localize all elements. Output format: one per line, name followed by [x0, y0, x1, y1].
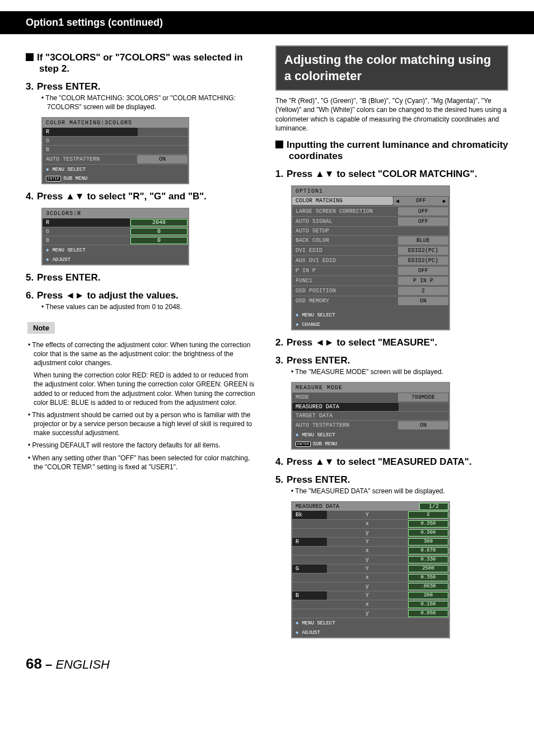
step-5: 5.Press ENTER. — [26, 272, 259, 283]
subsection-3colors: If "3COLORS" or "7COLORS" was selected i… — [26, 52, 259, 74]
osd-footer: ENTERSUB MENU — [43, 174, 188, 183]
osd-3colors-r: 3COLORS:R R2048 G0 B0 ◆MENU SELECT ◆ADJU… — [41, 208, 189, 265]
osd-row: AUTO SIGNALOFF — [292, 217, 449, 227]
osd-data-row: y0.050 — [292, 609, 449, 618]
enter-icon: ENTER — [296, 441, 311, 447]
step-label: Press ENTER. — [287, 474, 350, 485]
note-item: The effects of correcting the adjustment… — [26, 340, 259, 368]
osd-row: AUTO TESTPATTERNON — [292, 421, 449, 430]
step-label: Press ENTER. — [287, 355, 350, 366]
note-item: This adjustment should be carried out by… — [26, 410, 259, 438]
osd-row-g: G — [43, 137, 138, 145]
square-bullet-icon — [275, 141, 283, 148]
intro-paragraph: The "R (Red)", "G (Green)", "B (Blue)", … — [275, 96, 508, 133]
osd-page-indicator: 1/2 — [419, 503, 448, 510]
osd-data-row: RY300 — [292, 538, 449, 547]
content-columns: If "3COLORS" or "7COLORS" was selected i… — [0, 45, 534, 644]
osd-row: LARGE SCREEN CORRECTIONOFF — [292, 207, 449, 217]
osd-row: DVI EDIDEDID2(PC) — [292, 246, 449, 256]
osd-footer: ◆ADJUST — [43, 255, 188, 264]
osd-row-b: B — [43, 146, 138, 154]
step-label: Press ◄► to select "MEASURE". — [287, 337, 437, 348]
osd-footer: ◆MENU SELECT — [292, 618, 449, 628]
osd-footer: ◆MENU SELECT — [292, 310, 449, 320]
feature-title: Adjusting the color matching using a col… — [275, 45, 508, 91]
osd-row: BACK COLORBLUE — [292, 236, 449, 246]
step-label: Press ▲▼ to select "R", "G" and "B". — [37, 191, 207, 202]
osd-measured-data: MEASURED DATA 1/2 BkY2x0.350y0.360RY300x… — [291, 501, 450, 638]
osd-title: MEASURE MODE — [292, 383, 449, 393]
step-label: Press ▲▼ to select "MEASURED DATA". — [287, 456, 472, 467]
r-step-4: 4.Press ▲▼ to select "MEASURED DATA". — [275, 456, 508, 468]
osd-row: FUNC1P IN P — [292, 276, 449, 286]
osd-data-row: x0.150 — [292, 600, 449, 609]
osd-row: TARGET DATA — [292, 412, 449, 421]
square-bullet-icon — [26, 53, 34, 61]
step-label: Press ENTER. — [37, 272, 100, 283]
osd-row-r: R — [43, 218, 130, 227]
osd-row: COLOR MATCHING◀ OFF ▶ — [292, 196, 449, 207]
step-label: Press ◄► to adjust the values. — [37, 290, 179, 301]
step-6: 6.Press ◄► to adjust the values. — [26, 290, 259, 301]
osd-data-row: BkY2 — [292, 511, 449, 520]
osd-footer: ◆MENU SELECT — [43, 245, 188, 255]
osd-row-r: R — [43, 128, 138, 136]
subsection-title: Inputting the current luminance and chro… — [287, 139, 508, 161]
osd-data-row: x0.350 — [292, 573, 449, 582]
note-item: When any setting other than "OFF" has be… — [26, 454, 259, 472]
page-language: ENGLISH — [55, 657, 110, 671]
osd-footer: ◆MENU SELECT — [292, 430, 449, 440]
osd-row-b: B — [43, 236, 130, 245]
osd-title: COLOR MATCHING:3COLORS — [43, 118, 188, 128]
diamond-icon: ◆ — [296, 432, 298, 438]
note-item: Pressing DEFAULT will restore the factor… — [26, 441, 259, 450]
subsection-title: If "3COLORS" or "7COLORS" was selected i… — [37, 52, 243, 74]
osd-data-row: x0.350 — [292, 520, 449, 529]
diamond-icon: ◆ — [296, 630, 298, 636]
osd-title: OPTION1 — [292, 186, 449, 196]
osd-option1: OPTION1 COLOR MATCHING◀ OFF ▶LARGE SCREE… — [291, 185, 450, 330]
osd-row-auto-testpattern: AUTO TESTPATTERN — [43, 155, 137, 164]
osd-data-row: y0.330 — [292, 556, 449, 564]
osd-footer: ENTERSUB MENU — [292, 440, 449, 449]
r-step-5: 5.Press ENTER. — [275, 474, 508, 486]
step-4: 4.Press ▲▼ to select "R", "G" and "B". — [26, 191, 259, 202]
right-column: Adjusting the color matching using a col… — [275, 45, 508, 644]
page-number: 68 — [26, 655, 42, 672]
step-3-note: The "COLOR MATCHING: 3COLORS" or "COLOR … — [26, 94, 259, 111]
r-step-2: 2.Press ◄► to select "MEASURE". — [275, 337, 508, 348]
enter-icon: ENTER — [46, 176, 61, 181]
step-note: The "MEASURE MODE" screen will be displa… — [275, 367, 508, 376]
r-step-3: 3.Press ENTER. — [275, 355, 508, 366]
osd-data-row: GY2500 — [292, 564, 449, 573]
step-note: The "MEASURED DATA" screen will be displ… — [275, 487, 508, 496]
osd-row: MEASURED DATA — [292, 403, 449, 412]
osd-data-row: y.0630 — [292, 582, 449, 591]
diamond-icon: ◆ — [46, 167, 49, 172]
osd-row: OSD MEMORYON — [292, 296, 449, 306]
note-heading: Note — [26, 322, 55, 334]
osd-measure-mode: MEASURE MODE MODE709MODEMEASURED DATATAR… — [291, 382, 450, 450]
section-title: Option1 settings (continued) — [26, 17, 508, 29]
osd-row-g: G — [43, 227, 130, 236]
r-step-1: 1.Press ▲▼ to select "COLOR MATCHING". — [275, 169, 508, 180]
osd-row: AUX DVI EDIDEDID2(PC) — [292, 256, 449, 266]
diamond-icon: ◆ — [296, 322, 298, 328]
osd-title: MEASURED DATA — [292, 502, 419, 511]
note-item-continuation: When tuning the correction color RED: RE… — [26, 371, 259, 407]
step-6-note: These values can be adjusted from 0 to 2… — [26, 302, 259, 311]
osd-footer: ◆CHANGE — [292, 320, 449, 329]
osd-footer: ◆MENU SELECT — [43, 165, 188, 174]
osd-footer: ◆ADJUST — [292, 628, 449, 637]
osd-row: OSD POSITION2 — [292, 286, 449, 296]
osd-data-row: BY200 — [292, 591, 449, 600]
diamond-icon: ◆ — [46, 248, 49, 253]
diamond-icon: ◆ — [46, 257, 49, 263]
left-column: If "3COLORS" or "7COLORS" was selected i… — [26, 45, 259, 644]
osd-data-row: x0.670 — [292, 547, 449, 556]
osd-row: P IN POFF — [292, 266, 449, 276]
osd-title-row: MEASURED DATA 1/2 — [292, 502, 449, 511]
osd-row: MODE709MODE — [292, 393, 449, 403]
osd-row: AUTO SETUP — [292, 227, 449, 236]
step-label: Press ENTER. — [37, 81, 100, 92]
